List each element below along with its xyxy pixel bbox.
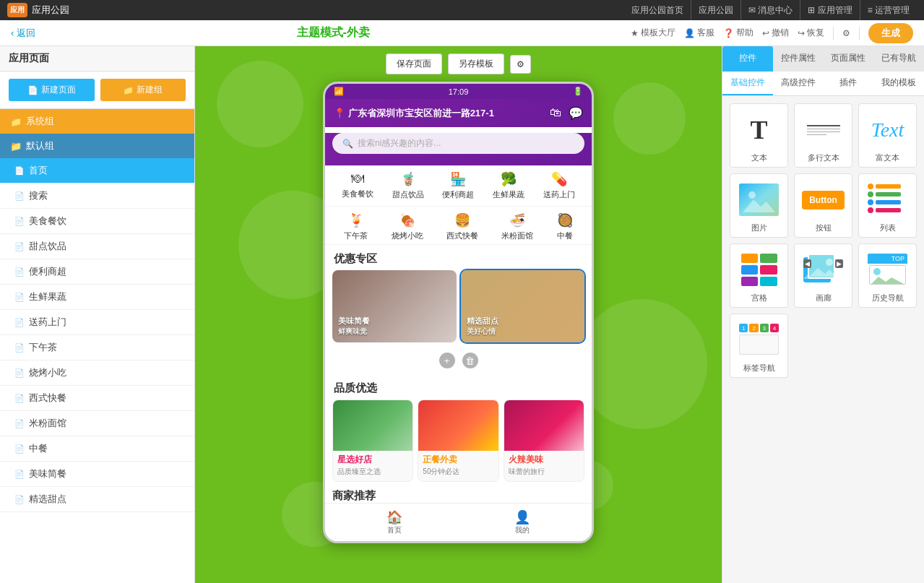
widget-button-label: 按钮 xyxy=(816,223,832,233)
main-layout: 应用页面 📄 新建页面 📁 新建组 📁 系统组 📁 默认组 📄 首页 📄 搜索 xyxy=(0,46,924,583)
cat-convenience[interactable]: 🏪 便利商超 xyxy=(442,171,474,200)
widget-multitext-label: 多行文本 xyxy=(808,152,839,163)
widget-history[interactable]: TOP 历史导航 xyxy=(858,243,917,308)
sidebar-item-select-dessert[interactable]: 📄 精选甜点 xyxy=(0,487,194,512)
widget-grid-item[interactable]: 宫格 xyxy=(730,243,788,308)
search-placeholder: 搜索ni感兴趣的内容... xyxy=(358,137,441,150)
footer-mine[interactable]: 👤 我的 xyxy=(514,509,530,535)
sidebar-item-chinese[interactable]: 📄 中餐 xyxy=(0,436,194,462)
promo-add-button[interactable]: + xyxy=(439,353,455,368)
richtext-icon: Text xyxy=(871,118,904,142)
promo-grid: 美味简餐 鲜爽味觉 精选甜点 美好心情 xyxy=(325,270,592,350)
sidebar-item-simple-meal[interactable]: 📄 美味简餐 xyxy=(0,462,194,487)
widget-tabnav[interactable]: 1 2 3 4 标签导航 xyxy=(730,314,788,378)
footer-home[interactable]: 🏠 首页 xyxy=(387,509,402,535)
canvas-settings-button[interactable]: ⚙ xyxy=(510,55,531,74)
promo-card-1[interactable]: 美味简餐 鲜爽味觉 xyxy=(332,270,457,342)
redo-btn[interactable]: ↪ 恢复 xyxy=(798,27,824,39)
quality-card-1[interactable]: 星选好店 品质臻至之选 xyxy=(332,400,413,482)
tab-widget-props[interactable]: 控件属性 xyxy=(773,46,824,72)
sidebar-item-food[interactable]: 📄 美食餐饮 xyxy=(0,209,194,234)
subtab-basic[interactable]: 基础控件 xyxy=(722,72,773,95)
quality-section-title: 品质优选 xyxy=(325,374,592,400)
widget-richtext-label: 富文本 xyxy=(876,152,899,163)
sidebar-item-noodle[interactable]: 📄 米粉面馆 xyxy=(0,411,194,436)
quality-card-2[interactable]: 正餐外卖 50分钟必达 xyxy=(418,400,498,482)
footer-home-icon: 🏠 xyxy=(387,509,402,525)
help-btn[interactable]: ❓ 帮助 xyxy=(723,27,754,39)
widget-text-label: 文本 xyxy=(751,152,767,163)
widget-button-icon-area: Button xyxy=(802,180,845,220)
save-as-template-button[interactable]: 另存模板 xyxy=(448,53,504,74)
cat-medicine[interactable]: 💊 送药上门 xyxy=(543,171,575,200)
widget-richtext[interactable]: Text 富文本 xyxy=(858,103,917,168)
widget-button[interactable]: Button 按钮 xyxy=(794,173,852,238)
cat-food-label: 美食餐饮 xyxy=(342,189,374,199)
widget-subtabs: 基础控件 高级控件 插件 我的模板 xyxy=(722,72,924,96)
sidebar-item-search[interactable]: 📄 搜索 xyxy=(0,183,194,209)
sidebar-item-medicine[interactable]: 📄 送药上门 xyxy=(0,310,194,335)
nav-link-appmanage[interactable]: ⊞ 应用管理 xyxy=(800,0,860,20)
phone-search-bar[interactable]: 🔍 搜索ni感兴趣的内容... xyxy=(332,133,584,154)
undo-btn[interactable]: ↩ 撤销 xyxy=(762,27,789,39)
promo-delete-button[interactable]: 🗑 xyxy=(462,353,478,368)
tab-navigation[interactable]: 已有导航 xyxy=(873,46,924,72)
nav-link-home[interactable]: 应用公园首页 xyxy=(624,0,691,20)
nav-link-app[interactable]: 应用公园 xyxy=(691,0,741,20)
phone-chat-icon: 💬 xyxy=(569,106,583,120)
new-group-button[interactable]: 📁 新建组 xyxy=(100,79,186,101)
sidebar-group-system[interactable]: 📁 系统组 xyxy=(0,109,194,134)
widget-history-label: 历史导航 xyxy=(872,293,904,303)
new-page-button[interactable]: 📄 新建页面 xyxy=(9,79,95,101)
widget-image[interactable]: 图片 xyxy=(730,173,788,238)
right-panel-tabs: 控件 控件属性 页面属性 已有导航 xyxy=(722,46,924,72)
nav-link-ops[interactable]: ≡ 运营管理 xyxy=(860,0,917,20)
widget-gallery[interactable]: ▶ ◀ 画廊 xyxy=(794,243,852,308)
subtab-plugin[interactable]: 插件 xyxy=(824,72,874,95)
history-icon: TOP xyxy=(868,254,907,286)
cat-bbq[interactable]: 🍖 烧烤小吃 xyxy=(392,212,423,241)
sidebar-item-western[interactable]: 📄 西式快餐 xyxy=(0,386,194,411)
svg-marker-5 xyxy=(809,268,835,277)
promo-card-2[interactable]: 精选甜点 美好心情 xyxy=(461,270,585,342)
gallery-icon: ▶ ◀ xyxy=(803,254,843,286)
svg-point-6 xyxy=(826,259,833,266)
tab-widget[interactable]: 控件 xyxy=(722,46,773,72)
sidebar-item-home[interactable]: 📄 首页 xyxy=(0,158,194,183)
cat-fresh[interactable]: 🥦 生鲜果蔬 xyxy=(493,171,524,200)
sidebar-item-bbq[interactable]: 📄 烧烤小吃 xyxy=(0,360,194,386)
sidebar-list: 📁 系统组 📁 默认组 📄 首页 📄 搜索 📄 美食餐饮 📄 甜点饮品 📄 便利… xyxy=(0,109,194,583)
widget-list[interactable]: 列表 xyxy=(858,173,917,238)
sidebar-item-teatime[interactable]: 📄 下午茶 xyxy=(0,335,194,360)
sidebar-item-convenience[interactable]: 📄 便利商超 xyxy=(0,259,194,285)
template-hall-btn[interactable]: ★ 模板大厅 xyxy=(631,27,675,39)
quality-card-3[interactable]: 火辣美味 味蕾的旅行 xyxy=(504,400,584,482)
tab-page-props[interactable]: 页面属性 xyxy=(824,46,874,72)
settings-icon[interactable]: ⚙ xyxy=(842,28,850,38)
cat-food[interactable]: 🍽 美食餐饮 xyxy=(342,171,374,200)
generate-button[interactable]: 生成 xyxy=(868,23,913,43)
footer-mine-label: 我的 xyxy=(514,525,530,535)
nav-link-msg[interactable]: ✉ 消息中心 xyxy=(741,0,800,20)
quality-card-img-2 xyxy=(418,400,498,451)
cat-teatime[interactable]: 🍹 下午茶 xyxy=(344,212,368,241)
save-page-button[interactable]: 保存页面 xyxy=(386,53,442,74)
cat-dessert[interactable]: 🧋 甜点饮品 xyxy=(392,171,424,200)
sidebar-group-default[interactable]: 📁 默认组 xyxy=(0,134,194,158)
cat-noodle-label: 米粉面馆 xyxy=(501,230,533,241)
widget-multitext[interactable]: 多行文本 xyxy=(794,103,852,168)
widget-text[interactable]: T 文本 xyxy=(730,103,788,168)
cat-food-icon: 🍽 xyxy=(342,171,374,186)
sidebar-item-dessert[interactable]: 📄 甜点饮品 xyxy=(0,234,194,259)
cat-noodle[interactable]: 🍜 米粉面馆 xyxy=(501,212,533,241)
subtab-advanced[interactable]: 高级控件 xyxy=(773,72,824,95)
cat-western[interactable]: 🍔 西式快餐 xyxy=(446,212,478,241)
back-button[interactable]: ‹ 返回 xyxy=(11,27,35,40)
subtab-mytemplate[interactable]: 我的模板 xyxy=(873,72,924,95)
cat-chinese[interactable]: 🥘 中餐 xyxy=(557,212,573,241)
logo-icon: 应用 xyxy=(7,3,27,17)
top-nav: 应用 应用公园 应用公园首页 应用公园 ✉ 消息中心 ⊞ 应用管理 ≡ 运营管理 xyxy=(0,0,924,20)
quality-card-sub-3: 味蕾的旅行 xyxy=(504,467,584,477)
customer-service-btn[interactable]: 👤 客服 xyxy=(684,27,714,39)
sidebar-item-fresh[interactable]: 📄 生鲜果蔬 xyxy=(0,285,194,310)
